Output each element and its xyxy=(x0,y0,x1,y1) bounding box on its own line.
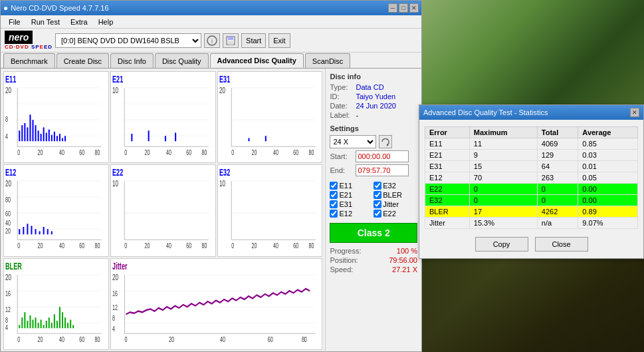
checkbox-e11[interactable] xyxy=(330,182,338,190)
chart-jitter: Jitter 20 16 12 8 4 0 20 40 60 80 xyxy=(110,258,323,350)
row-error-e21: E21 xyxy=(425,150,470,161)
checkbox-e12[interactable] xyxy=(330,210,338,218)
checkbox-e32-label: E32 xyxy=(383,182,396,190)
chart-e32: E32 10 0 20 40 60 80 xyxy=(217,164,323,256)
svg-rect-52 xyxy=(148,130,149,141)
end-time-field[interactable]: 079:57.70 xyxy=(356,164,409,176)
row-total-e31: 64 xyxy=(537,161,578,172)
position-value: 79:56.00 xyxy=(389,256,417,264)
svg-rect-152 xyxy=(56,321,58,328)
svg-text:60: 60 xyxy=(293,242,298,250)
svg-rect-87 xyxy=(19,230,20,235)
svg-text:80: 80 xyxy=(201,149,207,157)
nero-logo-text: nero xyxy=(5,31,33,44)
refresh-icon xyxy=(381,137,390,146)
chart-e21: E21 10 0 20 40 60 80 xyxy=(110,71,216,163)
svg-rect-24 xyxy=(32,120,33,141)
svg-rect-4 xyxy=(228,41,233,45)
svg-rect-151 xyxy=(54,314,55,328)
tab-create-disc[interactable]: Create Disc xyxy=(56,53,109,68)
checkbox-jitter[interactable] xyxy=(374,200,381,208)
svg-text:40: 40 xyxy=(273,242,278,250)
row-error-e22: E22 xyxy=(425,184,470,195)
svg-text:80: 80 xyxy=(95,335,100,343)
svg-text:80: 80 xyxy=(308,149,314,157)
svg-rect-54 xyxy=(175,132,176,141)
svg-rect-28 xyxy=(43,127,45,141)
exit-button[interactable]: Exit xyxy=(268,33,290,48)
drive-select[interactable]: [0:0] BENQ DVD DD DW1640 BSLB xyxy=(55,33,201,48)
svg-rect-53 xyxy=(165,136,166,141)
row-max-e11: 11 xyxy=(469,138,537,150)
svg-text:0: 0 xyxy=(124,242,127,250)
row-error-e32: E32 xyxy=(425,195,470,206)
menu-file[interactable]: File xyxy=(3,17,26,27)
svg-rect-19 xyxy=(19,130,20,141)
drive-info-button[interactable]: i xyxy=(204,33,220,48)
copy-button[interactable]: Copy xyxy=(475,237,528,252)
checkbox-bler[interactable] xyxy=(374,191,381,199)
start-button[interactable]: Start xyxy=(241,33,266,48)
menu-run-test[interactable]: Run Test xyxy=(26,17,65,27)
svg-text:16: 16 xyxy=(112,289,118,297)
svg-rect-141 xyxy=(27,321,28,328)
menu-extra[interactable]: Extra xyxy=(65,17,93,27)
svg-rect-161 xyxy=(111,259,322,349)
checkbox-bler-row: BLER xyxy=(374,191,417,199)
svg-rect-3 xyxy=(228,37,233,40)
tab-advanced-disc-quality[interactable]: Advanced Disc Quality xyxy=(210,53,304,68)
svg-rect-94 xyxy=(47,230,49,235)
svg-rect-138 xyxy=(19,325,20,328)
row-avg-e12: 0.05 xyxy=(578,172,638,184)
maximize-button[interactable]: □ xyxy=(399,3,408,13)
checkbox-e12-label: E12 xyxy=(339,210,352,218)
svg-text:12: 12 xyxy=(5,305,11,313)
stats-table: Error Maximum Total Average E11 11 4069 … xyxy=(425,126,638,229)
checkbox-bler-label: BLER xyxy=(383,191,402,199)
col-total: Total xyxy=(537,127,578,138)
info-panel: Disc info Type: Data CD ID: Taiyo Yuden … xyxy=(325,69,421,352)
start-time-field[interactable]: 000:00.00 xyxy=(356,150,409,162)
table-row: E31 15 64 0.01 xyxy=(425,161,638,172)
svg-rect-26 xyxy=(38,130,39,141)
table-row: E12 70 263 0.05 xyxy=(425,172,638,184)
checkbox-jitter-label: Jitter xyxy=(383,200,399,208)
svg-rect-34 xyxy=(59,134,60,141)
menu-help[interactable]: Help xyxy=(93,17,119,27)
svg-text:0: 0 xyxy=(17,335,20,343)
close-button[interactable]: Close xyxy=(535,237,588,252)
refresh-button[interactable] xyxy=(379,135,392,148)
checkbox-e22[interactable] xyxy=(374,210,381,218)
tab-disc-info[interactable]: Disc Info xyxy=(110,53,154,68)
row-total-jitter: n/a xyxy=(537,218,578,229)
tab-benchmark[interactable]: Benchmark xyxy=(3,53,55,68)
row-avg-e21: 0.03 xyxy=(578,150,638,161)
checkbox-e31[interactable] xyxy=(330,200,338,208)
checkbox-e32[interactable] xyxy=(374,182,381,190)
position-label: Position: xyxy=(330,256,358,264)
close-button-main[interactable]: ✕ xyxy=(409,3,419,13)
stats-title: Advanced Disc Quality Test - Statistics xyxy=(423,108,548,116)
tab-scan-disc[interactable]: ScanDisc xyxy=(305,53,350,68)
save-button[interactable] xyxy=(223,33,239,48)
table-row-bler: BLER 17 4262 0.89 xyxy=(425,206,638,218)
svg-text:20: 20 xyxy=(219,85,225,94)
svg-text:40: 40 xyxy=(59,149,64,157)
checkbox-e21[interactable] xyxy=(330,191,338,199)
stats-close-icon-button[interactable]: ✕ xyxy=(630,108,639,117)
svg-text:12: 12 xyxy=(112,303,118,311)
speed-select[interactable]: 24 X xyxy=(330,135,376,148)
checkbox-e11-row: E11 xyxy=(330,182,374,190)
svg-rect-150 xyxy=(51,323,53,328)
tab-disc-quality[interactable]: Disc Quality xyxy=(155,53,209,68)
row-avg-e32: 0.00 xyxy=(578,195,638,206)
svg-rect-27 xyxy=(41,134,42,141)
svg-text:10: 10 xyxy=(219,178,225,188)
minimize-button[interactable]: ─ xyxy=(388,3,397,13)
checkbox-e21-row: E21 xyxy=(330,191,374,199)
svg-rect-149 xyxy=(49,317,50,328)
svg-text:E12: E12 xyxy=(5,167,16,178)
svg-rect-158 xyxy=(72,325,74,328)
nero-logo: nero CD·DVD SPEED xyxy=(5,31,53,50)
svg-text:0: 0 xyxy=(231,242,234,250)
